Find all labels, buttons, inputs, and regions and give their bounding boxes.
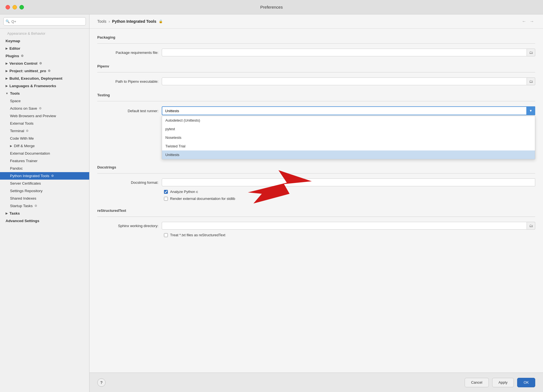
sidebar-item-label: Tasks — [9, 211, 20, 215]
traffic-lights — [6, 5, 24, 9]
sidebar-item-actions-on-save[interactable]: Actions on Save ⚙ — [0, 105, 89, 112]
chevron-right-icon: ▶ — [6, 62, 8, 65]
pipenv-path-browse-btn[interactable]: 🗂 — [527, 77, 535, 85]
package-requirements-input-group: 🗂 — [162, 49, 535, 56]
sidebar-item-keymap[interactable]: Keymap — [0, 37, 89, 45]
dropdown-selected-value[interactable]: Unittests — [162, 106, 535, 115]
package-requirements-browse-btn[interactable]: 🗂 — [527, 49, 535, 56]
sidebar-item-external-tools[interactable]: External Tools — [0, 120, 89, 127]
sidebar-item-label: Build, Execution, Deployment — [9, 76, 63, 81]
sidebar-item-languages[interactable]: ▶ Languages & Frameworks — [0, 82, 89, 90]
render-external-label: Render external documentation for stdlib — [170, 197, 235, 201]
pipenv-path-input[interactable] — [162, 77, 527, 85]
sidebar-item-label: Settings Repository — [10, 189, 43, 193]
sidebar-item-settings-repository[interactable]: Settings Repository — [0, 187, 89, 195]
help-button[interactable]: ? — [97, 378, 106, 387]
close-button[interactable] — [6, 5, 10, 9]
docstring-format-input[interactable] — [162, 179, 535, 186]
sidebar-item-label: Pandoc — [10, 166, 23, 170]
sidebar-item-advanced-settings[interactable]: Advanced Settings — [0, 217, 89, 225]
cancel-button[interactable]: Cancel — [465, 378, 489, 387]
treat-txt-label: Treat *.txt files as reStructuredText — [170, 233, 225, 237]
docstrings-section-title: Docstrings — [97, 165, 535, 169]
packaging-section-title: Packaging — [97, 35, 535, 39]
pipenv-path-label: Path to Pipenv executable: — [97, 79, 158, 84]
sidebar-item-appearance[interactable]: Appearance & Behavior — [0, 30, 89, 37]
sidebar-item-pandoc[interactable]: Pandoc — [0, 165, 89, 172]
sidebar-item-label: Project: unittest_pro — [9, 69, 46, 73]
sidebar-item-python-integrated-tools[interactable]: Python Integrated Tools ⚙ — [0, 172, 89, 180]
sidebar-item-diff-merge[interactable]: ▶ Diff & Merge — [0, 142, 89, 150]
pipenv-path-row: Path to Pipenv executable: 🗂 — [97, 77, 535, 85]
treat-txt-checkbox[interactable] — [164, 233, 168, 237]
sidebar-item-label: Advanced Settings — [6, 219, 39, 223]
sidebar-item-label: Space — [10, 99, 21, 103]
sidebar-item-tools[interactable]: ▼ Tools — [0, 90, 89, 97]
restructured-section: reStructuredText Sphinx working director… — [97, 208, 535, 237]
sidebar-item-label: Shared Indexes — [10, 196, 36, 200]
dropdown-option-nosetests[interactable]: Nosetests — [162, 133, 535, 142]
sidebar-item-shared-indexes[interactable]: Shared Indexes — [0, 195, 89, 202]
sidebar-item-features-trainer[interactable]: Features Trainer — [0, 157, 89, 165]
maximize-button[interactable] — [19, 5, 24, 9]
chevron-down-icon: ▼ — [6, 92, 8, 95]
sidebar-item-plugins[interactable]: Plugins ⚙ — [0, 52, 89, 60]
breadcrumb-parent: Tools — [97, 19, 106, 24]
chevron-right-icon: ▶ — [6, 84, 8, 87]
minimize-button[interactable] — [13, 5, 17, 9]
render-external-row: Render external documentation for stdlib — [97, 197, 535, 201]
pipenv-section-title: Pipenv — [97, 64, 535, 68]
nav-forward-arrow[interactable]: → — [529, 18, 535, 24]
treat-txt-row: Treat *.txt files as reStructuredText — [97, 233, 535, 237]
sidebar-item-startup-tasks[interactable]: Startup Tasks ⚙ — [0, 202, 89, 210]
docstrings-section: Docstrings Docstring format: Analyze Pyt… — [97, 165, 535, 201]
dropdown-arrow-button[interactable]: ▼ — [526, 106, 535, 115]
dropdown-option-autodetect[interactable]: Autodetect (Unittests) — [162, 116, 535, 125]
sidebar-item-server-certificates[interactable]: Server Certificates — [0, 180, 89, 187]
render-external-checkbox[interactable] — [164, 197, 168, 201]
apply-button[interactable]: Apply — [492, 378, 514, 387]
sidebar-item-terminal[interactable]: Terminal ⚙ — [0, 127, 89, 135]
sidebar-item-code-with-me[interactable]: Code With Me — [0, 135, 89, 142]
analyze-python-checkbox[interactable] — [164, 190, 168, 194]
restructured-section-title: reStructuredText — [97, 208, 535, 213]
ok-button[interactable]: OK — [517, 378, 535, 387]
sidebar-item-label: Actions on Save — [10, 106, 37, 110]
dropdown-option-unittests[interactable]: Unittests — [162, 150, 535, 159]
packaging-section: Packaging Package requirements file: 🗂 — [97, 35, 535, 56]
sidebar-item-editor[interactable]: ▶ Editor — [0, 45, 89, 52]
sidebar-item-space[interactable]: Space — [0, 97, 89, 105]
chevron-right-icon: ▶ — [6, 47, 8, 50]
docstring-format-row: Docstring format: — [97, 179, 535, 186]
help-icon: ? — [100, 380, 103, 385]
sidebar-item-project[interactable]: ▶ Project: unittest_pro ⚙ — [0, 67, 89, 75]
settings-icon: ⚙ — [21, 54, 24, 58]
search-input[interactable] — [3, 17, 86, 26]
section-divider — [97, 43, 535, 44]
analyze-python-row: Analyze Python c — [97, 190, 535, 194]
sidebar-item-label: External Documentation — [10, 151, 50, 155]
sidebar-item-label: Plugins — [6, 54, 19, 58]
dropdown-option-pytest[interactable]: pytest — [162, 125, 535, 133]
nav-back-arrow[interactable]: ← — [521, 18, 527, 24]
settings-icon: ⚙ — [51, 174, 54, 178]
sidebar-item-label: Diff & Merge — [14, 144, 35, 148]
test-runner-dropdown[interactable]: Unittests ▼ Autodetect (Unittests) pytes… — [162, 106, 535, 115]
dropdown-option-twisted[interactable]: Twisted Trial — [162, 142, 535, 150]
docstring-format-input-group — [162, 179, 535, 186]
package-requirements-input[interactable] — [162, 49, 527, 56]
analyze-python-label: Analyze Python c — [170, 190, 198, 194]
sidebar-item-version-control[interactable]: ▶ Version Control ⚙ — [0, 60, 89, 67]
sidebar-item-web-browsers[interactable]: Web Browsers and Preview — [0, 112, 89, 120]
settings-icon: ⚙ — [26, 129, 29, 133]
sphinx-directory-browse-btn[interactable]: 🗂 — [527, 222, 535, 230]
sidebar-item-external-doc[interactable]: External Documentation — [0, 150, 89, 157]
sidebar-item-label: Web Browsers and Preview — [10, 114, 56, 118]
pipenv-path-input-group: 🗂 — [162, 77, 535, 85]
settings-icon: ⚙ — [48, 69, 51, 73]
sphinx-directory-input[interactable] — [162, 222, 527, 230]
sidebar-item-build[interactable]: ▶ Build, Execution, Deployment — [0, 75, 89, 82]
test-runner-row: Default test runner: Unittests ▼ Autodet… — [97, 106, 535, 115]
sidebar-item-tasks[interactable]: ▶ Tasks — [0, 210, 89, 217]
docstring-format-label: Docstring format: — [97, 180, 158, 185]
